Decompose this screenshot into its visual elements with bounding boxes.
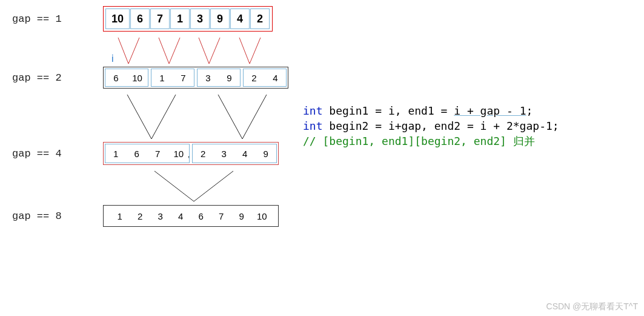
v: 3	[214, 149, 235, 159]
gap1-label: gap == 1	[12, 13, 103, 25]
cell: 4	[230, 8, 250, 29]
vv: 2	[201, 149, 205, 159]
expr: i + gap - 1	[454, 104, 526, 117]
v: 4	[265, 73, 286, 83]
gap2-cells: i 610 17 39 24	[103, 67, 288, 89]
gap2-array: 610 17 39 24	[103, 67, 288, 89]
v: 7	[173, 73, 194, 83]
gap8-row: gap == 8 1 2 3 4 6 7 9 10	[12, 205, 303, 227]
cell: 6	[130, 8, 150, 29]
gap4-label: gap == 4	[12, 148, 103, 160]
v: 7	[147, 149, 168, 159]
txt: begin2 = i+gap, end2 = i + 2*gap-1;	[323, 119, 559, 132]
gap8-cells: 1 2 3 4 6 7 9 10	[103, 205, 279, 227]
cell: 2	[250, 8, 270, 29]
cell: 7	[150, 8, 170, 29]
quad: 1 6 7 10	[105, 144, 190, 163]
kw: int	[303, 104, 323, 117]
gap1-array: 10 6 7 1 3 9 4 2	[103, 6, 273, 32]
diagram-column: gap == 1 10 6 7 1 3 9 4 2	[0, 0, 303, 232]
gap1-row: gap == 1 10 6 7 1 3 9 4 2	[12, 6, 303, 32]
cell: 3	[190, 8, 210, 29]
v: 10	[127, 73, 148, 83]
cell: 9	[210, 8, 230, 29]
txt: begin1 = i, end1 =	[323, 104, 454, 117]
v: 6	[191, 211, 211, 221]
v: 3	[150, 211, 171, 221]
code-line-1: int begin1 = i, end1 = i + gap - 1;	[303, 103, 644, 118]
v: 10	[168, 149, 190, 159]
v: 4	[171, 211, 191, 221]
v: 6	[127, 149, 148, 159]
gap8-array: 1 2 3 4 6 7 9 10	[103, 205, 279, 227]
v: 2	[130, 211, 151, 221]
gap2-row: gap == 2 i 610 17 39 24	[12, 67, 303, 89]
v: 10	[252, 211, 273, 221]
cell: 1	[170, 8, 190, 29]
v: 4	[234, 149, 256, 159]
v: 1	[105, 149, 127, 159]
v: 1	[110, 211, 130, 221]
v: ,2	[193, 149, 214, 159]
v: 9	[231, 211, 252, 221]
v: 6	[105, 73, 127, 83]
gap1-cells: 10 6 7 1 3 9 4 2	[103, 6, 273, 32]
semi: ;	[526, 104, 533, 117]
quad: ,2 3 4 9	[192, 144, 277, 163]
v: 3	[198, 73, 219, 83]
gap2-label: gap == 2	[12, 72, 103, 84]
cell: 10	[105, 8, 130, 29]
connectors-4-8	[12, 170, 315, 205]
v: 9	[219, 73, 240, 83]
connectors-1-2	[12, 36, 315, 67]
gap8-label: gap == 8	[12, 210, 103, 222]
pair: 39	[197, 69, 241, 87]
v: 7	[211, 211, 232, 221]
v: 1	[151, 73, 173, 83]
gap4-array: 1 6 7 10 ,2 3 4 9	[103, 142, 279, 165]
kw: int	[303, 119, 323, 132]
code-line-3: // [begin1, end1][begin2, end2] 归并	[303, 133, 644, 149]
v: 2	[244, 73, 265, 83]
pair: 610	[105, 69, 148, 87]
pair: 24	[243, 69, 287, 87]
v: 9	[256, 149, 277, 159]
watermark: CSDN @无聊看看天T^T	[546, 301, 638, 312]
connectors-2-4	[12, 93, 315, 142]
pair: 17	[151, 69, 194, 87]
i-pointer-label: i	[111, 53, 114, 64]
code-line-2: int begin2 = i+gap, end2 = i + 2*gap-1;	[303, 118, 644, 133]
code-column: int begin1 = i, end1 = i + gap - 1; int …	[303, 0, 644, 232]
gap4-cells: 1 6 7 10 ,2 3 4 9	[103, 142, 279, 165]
gap4-row: gap == 4 1 6 7 10 ,2 3 4 9	[12, 142, 303, 165]
